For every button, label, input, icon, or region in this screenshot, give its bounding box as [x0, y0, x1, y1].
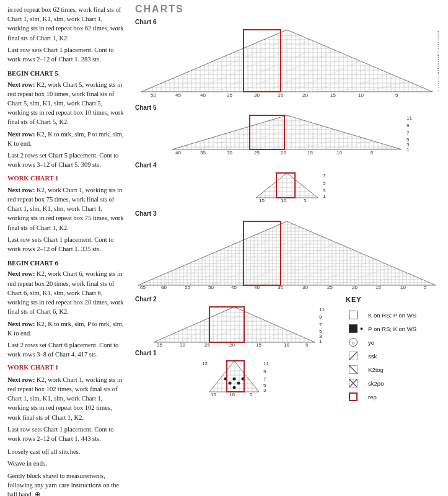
svg-text:12: 12	[202, 361, 208, 366]
svg-text:40: 40	[175, 150, 181, 156]
svg-text:9: 9	[263, 369, 266, 374]
text-para-8: Next row: K2, work Chart 6, working sts …	[7, 269, 124, 316]
yo-swatch: ○	[349, 338, 358, 347]
svg-text:35: 35	[200, 150, 206, 156]
svg-text:15: 15	[259, 198, 265, 203]
svg-text:11: 11	[263, 361, 269, 366]
svg-text:45: 45	[175, 92, 181, 98]
text-para-10: Last 2 rows set Chart 6 placement. Cont …	[7, 340, 124, 359]
chart3-label: Chart 3	[135, 210, 443, 217]
svg-text:40: 40	[254, 285, 260, 290]
key-row-empty: K on RS; P on WS	[347, 309, 418, 321]
svg-text:10: 10	[358, 92, 364, 98]
chart3-svg: 39 37 35 33 31 29 27 25 23 21 19 17 15 1…	[135, 218, 439, 290]
chart6-wrap: 39 37 35 33 31 29 27 25 23 21 19 17 15 1…	[135, 27, 443, 98]
chart2-key-row: Chart 2	[135, 296, 443, 405]
svg-line-16	[141, 30, 231, 45]
svg-text:1: 1	[319, 339, 322, 344]
k2tog-swatch	[349, 365, 358, 374]
svg-text:10: 10	[284, 342, 289, 347]
chart6-label: Chart 6	[135, 19, 443, 25]
svg-text:15: 15	[330, 92, 336, 98]
svg-text:35: 35	[227, 92, 232, 98]
svg-text:7: 7	[263, 376, 266, 382]
svg-text:30: 30	[180, 342, 185, 347]
svg-point-149	[233, 386, 236, 389]
chart6-svg: 39 37 35 33 31 29 27 25 23 21 19 17 15 1…	[135, 27, 439, 98]
chart2-svg: 11 9 7 5 3 1 35 30 25 20 15 10 5	[135, 304, 333, 347]
svg-text:5: 5	[323, 180, 326, 186]
key-symbol-yo: ○	[347, 337, 365, 348]
svg-text:60: 60	[161, 285, 167, 290]
key-label-k2tog: K2tog	[366, 364, 418, 375]
text-para-2: Last row sets Chart 1 placement. Cont to…	[7, 45, 124, 64]
text-para-3: Next row: K2, work Chart 5, working sts …	[7, 80, 124, 127]
svg-point-151	[237, 382, 240, 385]
text-para-11: Next row: K2, work Chart 1, working sts …	[7, 375, 124, 422]
svg-text:7: 7	[406, 130, 410, 136]
charts-heading: CHARTS	[135, 4, 443, 15]
chart1-svg: 12 11 9 7 5 3 15 10 5	[135, 358, 333, 398]
svg-text:13: 13	[437, 86, 439, 92]
svg-text:7: 7	[319, 322, 322, 327]
chart5-label: Chart 5	[135, 104, 443, 111]
svg-text:25: 25	[278, 92, 283, 98]
svg-text:25: 25	[204, 342, 210, 347]
text-para-15: Gently block shawl to measurements, foll…	[7, 471, 124, 496]
svg-text:5: 5	[250, 392, 253, 397]
key-symbol-sk2po	[347, 378, 365, 389]
svg-text:9: 9	[406, 123, 410, 128]
svg-text:50: 50	[151, 92, 156, 98]
svg-text:5: 5	[305, 342, 309, 347]
svg-text:20: 20	[281, 150, 286, 156]
chart5-svg: 11 9 7 5 3 1 40 35 30 25 20 15 10 5	[135, 112, 439, 156]
chart4-svg: 7 5 3 1 15 10 5	[135, 170, 439, 204]
text-para-13: Loosely cast off all stitches.	[7, 447, 124, 456]
svg-text:11: 11	[319, 307, 325, 312]
key-symbol-filled: ●	[347, 323, 365, 334]
svg-text:20: 20	[302, 92, 308, 98]
begin-chart6-label: BEGIN CHART 6	[7, 259, 124, 268]
svg-text:15: 15	[256, 342, 261, 347]
svg-text:11: 11	[406, 115, 412, 121]
empty-swatch	[349, 311, 358, 319]
work-chart1-a-label: WORK CHART 1	[7, 174, 124, 183]
svg-text:10: 10	[281, 198, 286, 203]
svg-text:65: 65	[140, 285, 146, 290]
key-row-filled: ● P on RS; K on WS	[347, 323, 418, 334]
key-table: K on RS; P on WS ● P on RS; K on WS ○ yo	[346, 307, 419, 405]
text-para-12: Last row sets Chart 1 placement. Cont to…	[7, 425, 124, 443]
key-label-yo: yo	[366, 337, 418, 348]
svg-text:25: 25	[327, 285, 333, 290]
key-symbol-k2tog	[347, 364, 365, 375]
key-symbol-ssk	[347, 350, 365, 361]
svg-text:45: 45	[231, 285, 237, 290]
svg-text:3: 3	[263, 388, 266, 393]
svg-text:30: 30	[254, 92, 260, 98]
svg-text:1: 1	[406, 147, 410, 153]
chart2-label: Chart 2	[135, 296, 333, 303]
key-section: KEY K on RS; P on WS ● P on RS; K on WS …	[346, 296, 419, 405]
chart3-container: Chart 3	[135, 210, 443, 290]
text-para-7: Last row sets Chart 1 placement. Cont to…	[7, 235, 124, 254]
key-row-ssk: ssk	[347, 350, 418, 361]
charts-column: CHARTS Chart 6	[130, 0, 448, 496]
svg-text:10: 10	[400, 285, 406, 290]
svg-text:55: 55	[185, 285, 190, 290]
key-symbol-empty	[347, 309, 365, 321]
key-title: KEY	[346, 296, 419, 303]
text-para-6: Next row: K2, work Chart 1, working sts …	[7, 185, 124, 232]
svg-text:35: 35	[278, 285, 283, 290]
filled-swatch	[349, 324, 358, 333]
svg-text:20: 20	[352, 285, 358, 290]
chart1-label: Chart 1	[135, 350, 333, 356]
key-symbol-rep	[347, 391, 365, 402]
svg-text:15: 15	[211, 392, 216, 397]
chart6-container: Chart 6	[135, 19, 443, 98]
text-para-4: Next row: K2, K to mrk, slm, P to mrk, s…	[7, 130, 124, 148]
svg-text:15: 15	[376, 285, 381, 290]
svg-text:30: 30	[302, 285, 308, 290]
work-chart1-b-label: WORK CHART 1	[7, 363, 124, 372]
text-para-9: Next row: K2, K to mrk, slm, P to mrk, s…	[7, 319, 124, 338]
left-text-column: in red repeat box 62 times, work final s…	[0, 0, 130, 496]
